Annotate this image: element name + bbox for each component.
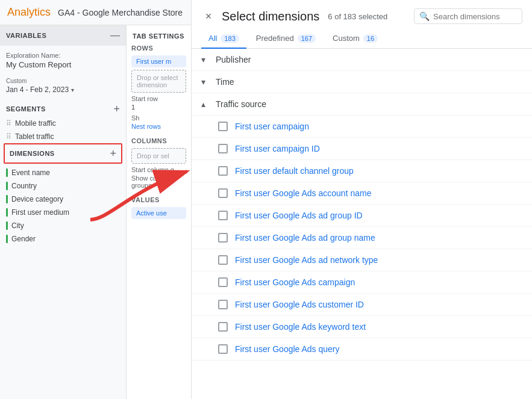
dimension-label: First user Google Ads ad group name [235, 233, 375, 243]
tab-settings-panel: Tab Settings ROWS First user m Drop or s… [127, 25, 191, 399]
dimension-checkbox[interactable] [218, 188, 228, 198]
category-name: Time [216, 77, 234, 87]
rows-section: ROWS First user m Drop or select dimensi… [131, 45, 186, 130]
dimension-checkbox[interactable] [218, 233, 228, 243]
rows-drop-label: Drop or select dimension [137, 74, 178, 88]
green-bar-icon [6, 235, 8, 243]
dimensions-header: DIMENSIONS + [5, 144, 121, 162]
dimension-label: Country [11, 182, 37, 190]
category-publisher[interactable]: ▾ Publisher [192, 49, 532, 71]
values-title: VALUES [131, 196, 186, 203]
dimension-item-city[interactable]: City [0, 219, 126, 232]
date-value-button[interactable]: Jan 4 - Feb 2, 2023 ▾ [6, 85, 120, 94]
dimension-label: First user Google Ads customer ID [235, 300, 364, 309]
exploration-label: Exploration Name: [6, 52, 120, 59]
dimension-checkbox[interactable] [218, 211, 228, 220]
green-bar-icon [6, 169, 8, 177]
top-bar: Analytics GA4 - Google Merchandise Store [0, 0, 191, 25]
dimension-label: First user Google Ads campaign [235, 277, 355, 287]
dimension-checkbox[interactable] [218, 255, 228, 265]
segments-title: SEGMENTS [6, 105, 46, 113]
tab-all[interactable]: All 183 [201, 29, 246, 49]
dimension-row-first-user-google-ads-customer[interactable]: First user Google Ads customer ID [192, 294, 532, 316]
dimension-checkbox[interactable] [218, 322, 228, 332]
dimension-checkbox[interactable] [218, 344, 228, 354]
start-column-label: Start column g [131, 166, 186, 173]
dimension-row-first-user-google-ads-account[interactable]: First user Google Ads account name [192, 182, 532, 205]
dimension-item-country[interactable]: Country [0, 179, 126, 193]
dimension-checkbox[interactable] [218, 144, 228, 153]
active-use-chip[interactable]: Active use [131, 207, 186, 219]
dimension-item-event-name[interactable]: Event name [0, 166, 126, 179]
first-user-chip[interactable]: First user m [131, 55, 186, 67]
dimension-row-first-user-campaign[interactable]: First user campaign [192, 116, 532, 138]
selected-count: 6 of 183 selected [328, 12, 387, 21]
active-use-label: Active use [136, 209, 167, 217]
dimension-label: First user Google Ads keyword text [235, 322, 366, 332]
tab-custom-label: Custom [333, 34, 360, 43]
tabs-row: All 183 Predefined 167 Custom 16 [192, 24, 532, 49]
dimension-label: Device category [11, 195, 63, 203]
dimension-label: First user medium [11, 208, 69, 217]
add-dimension-button[interactable]: + [110, 148, 116, 159]
tab-custom[interactable]: Custom 16 [325, 29, 385, 49]
columns-drop-zone[interactable]: Drop or sel [131, 148, 186, 164]
dimension-checkbox[interactable] [218, 300, 228, 309]
dimension-row-first-user-google-ads-group-id[interactable]: First user Google Ads ad group ID [192, 205, 532, 227]
analytics-title: Analytics [7, 6, 51, 19]
green-bar-icon [6, 182, 8, 190]
dimension-row-first-user-google-ads-query[interactable]: First user Google Ads query [192, 338, 532, 360]
category-traffic-source[interactable]: ▴ Traffic source [192, 93, 532, 116]
nest-rows-button[interactable]: Nest rows [131, 123, 186, 130]
category-name: Traffic source [216, 99, 266, 109]
tab-predefined[interactable]: Predefined 167 [249, 29, 323, 49]
tab-all-label: All [208, 34, 217, 43]
values-section: VALUES Active use [131, 196, 186, 219]
columns-title: COLUMNS [131, 137, 186, 144]
dimension-row-first-user-campaign-id[interactable]: First user campaign ID [192, 138, 532, 160]
search-area[interactable]: 🔍 [414, 8, 522, 24]
variables-panel: Variables — Exploration Name: My Custom … [0, 25, 127, 399]
dimension-checkbox[interactable] [218, 166, 228, 176]
date-section: Custom Jan 4 - Feb 2, 2023 ▾ [0, 73, 126, 99]
dimensions-list: ▾ Publisher ▾ Time ▴ Traffic source Firs… [192, 49, 532, 399]
chevron-down-icon: ▾ [201, 55, 211, 64]
dimension-row-first-user-google-ads-group-name[interactable]: First user Google Ads ad group name [192, 227, 532, 249]
dimension-row-first-user-google-ads-network[interactable]: First user Google Ads ad network type [192, 249, 532, 271]
show-rows-label: Sh [131, 114, 186, 122]
rows-drop-zone[interactable]: Drop or select dimension [131, 70, 186, 93]
search-icon: 🔍 [419, 11, 430, 21]
dimension-item-first-user-medium[interactable]: First user medium [0, 206, 126, 219]
close-button[interactable]: × [201, 9, 216, 23]
dimension-row-first-user-default-channel[interactable]: First user default channel group [192, 160, 532, 182]
dimension-label: First user campaign ID [235, 144, 320, 153]
exploration-name: My Custom Report [6, 60, 120, 69]
dimension-checkbox[interactable] [218, 277, 228, 287]
modal-title: Select dimensions [222, 10, 319, 23]
dimension-checkbox[interactable] [218, 122, 228, 131]
green-bar-icon [6, 221, 8, 230]
segment-label: Mobile traffic [15, 119, 56, 128]
segment-item-mobile[interactable]: ⠿ Mobile traffic [0, 117, 126, 130]
dimension-row-first-user-google-ads-keyword[interactable]: First user Google Ads keyword text [192, 316, 532, 338]
dimension-item-device-category[interactable]: Device category [0, 193, 126, 206]
dimension-label: Event name [11, 169, 50, 177]
variables-collapse-button[interactable]: — [110, 30, 120, 41]
dimension-row-first-user-google-ads-campaign[interactable]: First user Google Ads campaign [192, 271, 532, 294]
dimension-item-gender[interactable]: Gender [0, 232, 126, 246]
category-name: Publisher [216, 55, 251, 64]
chevron-up-icon: ▴ [201, 99, 211, 109]
columns-drop-label: Drop or sel [137, 152, 169, 159]
search-input[interactable] [433, 12, 512, 21]
drag-handle-icon: ⠿ [6, 119, 11, 128]
exploration-section: Exploration Name: My Custom Report [0, 46, 126, 73]
dimensions-header-box: DIMENSIONS + [4, 143, 122, 164]
tab-all-badge: 183 [221, 34, 239, 43]
dimension-label: Gender [11, 235, 36, 243]
date-text: Jan 4 - Feb 2, 2023 [6, 85, 69, 94]
segment-item-tablet[interactable]: ⠿ Tablet traffic [0, 130, 126, 143]
add-segment-button[interactable]: + [113, 104, 120, 114]
category-time[interactable]: ▾ Time [192, 71, 532, 93]
drag-handle-icon: ⠿ [6, 132, 11, 141]
variables-title: Variables [6, 32, 46, 39]
